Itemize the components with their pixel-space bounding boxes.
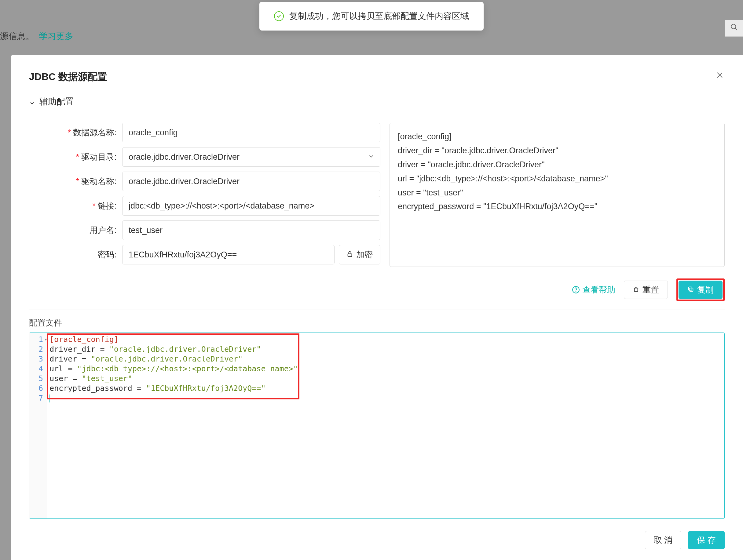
label-url: 链接:	[29, 200, 122, 211]
svg-line-1	[735, 28, 737, 30]
input-driver-name[interactable]: oracle.jdbc.driver.OracleDriver	[122, 172, 380, 191]
copy-icon	[687, 285, 694, 295]
line-number: 6	[29, 383, 47, 393]
cancel-button[interactable]: 取 消	[645, 531, 682, 549]
label-username: 用户名:	[29, 225, 122, 236]
line-gutter: 1234567	[29, 333, 47, 518]
text-cursor	[49, 394, 50, 403]
toast-message: 复制成功，您可以拷贝至底部配置文件内容区域	[289, 10, 469, 22]
reset-icon	[633, 285, 640, 295]
config-file-editor[interactable]: 1234567 [oracle_config]driver_dir = "ora…	[29, 332, 725, 519]
svg-rect-7	[635, 288, 638, 291]
input-datasource-name[interactable]: oracle_config	[122, 123, 380, 142]
input-username[interactable]: test_user	[122, 221, 380, 240]
view-help-link[interactable]: 查看帮助	[572, 284, 615, 295]
label-driver-name: 驱动名称:	[29, 176, 122, 187]
footer-actions: 取 消 保 存	[29, 531, 725, 549]
copy-button[interactable]: 复制	[679, 281, 723, 299]
line-number: 7	[29, 393, 47, 403]
select-driver-dir[interactable]: oracle.jdbc.driver.OracleDriver	[122, 147, 380, 167]
form-fields: 数据源名称: oracle_config 驱动目录: oracle.jdbc.d…	[29, 123, 380, 269]
learn-more-link[interactable]: 学习更多	[39, 32, 73, 41]
line-number: 5	[29, 374, 47, 383]
input-url[interactable]: jdbc:<db_type>://<host>:<port>/<database…	[122, 196, 380, 216]
input-password[interactable]: 1ECbuXfHRxtu/foj3A2OyQ==	[122, 245, 335, 265]
code-body[interactable]: [oracle_config]driver_dir = "oracle.jdbc…	[47, 333, 725, 518]
reset-button[interactable]: 重置	[624, 281, 668, 299]
modal-title: JDBC 数据源配置	[29, 70, 107, 84]
line-number: 3	[29, 354, 47, 364]
jdbc-config-modal: JDBC 数据源配置 辅助配置 数据源名称: oracle_config 驱动目…	[11, 55, 743, 560]
lock-icon	[346, 250, 353, 260]
line-number: 4	[29, 364, 47, 374]
toast-notification: 复制成功，您可以拷贝至底部配置文件内容区域	[259, 2, 484, 31]
label-password: 密码:	[29, 249, 122, 260]
close-button[interactable]	[715, 70, 725, 80]
copy-button-highlight: 复制	[676, 278, 725, 301]
success-icon	[274, 11, 284, 21]
svg-point-0	[731, 24, 736, 29]
line-number: 1	[29, 335, 47, 344]
svg-rect-9	[690, 288, 693, 291]
background-info: 源信息。 学习更多	[0, 31, 73, 42]
info-text: 源信息。	[0, 32, 34, 41]
svg-rect-4	[348, 254, 352, 256]
save-button[interactable]: 保 存	[688, 531, 725, 549]
label-driver-dir: 驱动目录:	[29, 151, 122, 162]
svg-rect-10	[689, 287, 692, 290]
line-number: 2	[29, 344, 47, 354]
encrypt-button[interactable]: 加密	[339, 245, 380, 265]
action-bar: 查看帮助 重置 复制	[29, 278, 725, 310]
search-button[interactable]	[725, 20, 743, 37]
aux-config-toggle[interactable]: 辅助配置	[29, 96, 725, 107]
config-preview: [oracle_config] driver_dir = "oracle.jdb…	[390, 123, 725, 267]
search-icon	[730, 23, 738, 33]
editor-divider	[386, 333, 386, 518]
chevron-down-icon	[368, 152, 375, 162]
section-title: 辅助配置	[39, 96, 74, 107]
label-datasource-name: 数据源名称:	[29, 127, 122, 138]
chevron-down-icon	[29, 99, 35, 105]
config-file-label: 配置文件	[29, 317, 725, 328]
